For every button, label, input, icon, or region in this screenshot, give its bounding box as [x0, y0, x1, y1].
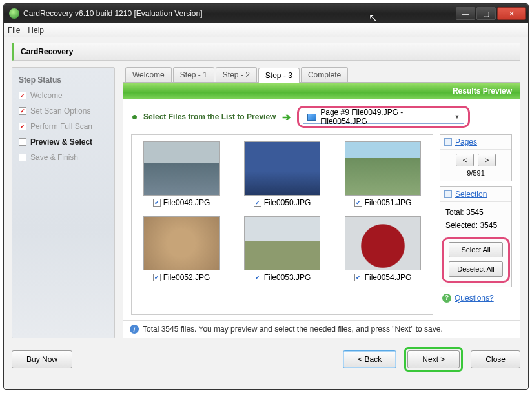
titlebar[interactable]: CardRecovery v6.10 build 1210 [Evaluatio…: [4, 4, 528, 23]
thumbnail-filename: File0050.JPG: [264, 198, 311, 207]
step-welcome: Welcome: [30, 91, 63, 100]
close-window-button[interactable]: ✕: [497, 7, 526, 20]
thumbnail-item[interactable]: ✔File0051.JPG: [340, 141, 426, 207]
back-button[interactable]: < Back: [343, 350, 396, 368]
next-page-button[interactable]: >: [478, 154, 496, 166]
results-banner: Results Preview: [123, 83, 520, 99]
check-icon: ✔: [19, 107, 26, 115]
deselect-all-button[interactable]: Deselect All: [449, 261, 503, 277]
thumbnail-image: [244, 216, 320, 270]
menu-help[interactable]: Help: [28, 26, 44, 35]
tab-step2[interactable]: Step - 2: [216, 67, 257, 82]
page-dropdown-highlight: Page #9 File0049.JPG - File0054.JPG ▼: [297, 106, 470, 128]
bullet-icon: [132, 115, 137, 119]
info-icon: i: [130, 325, 139, 334]
step-save-finish: Save & Finish: [30, 153, 78, 162]
window-title: CardRecovery v6.10 build 1210 [Evaluatio…: [23, 9, 455, 18]
maximize-button[interactable]: ▢: [476, 7, 496, 20]
thumbnail-checkbox[interactable]: ✔: [354, 199, 362, 207]
select-files-label: Select Files from the List to Preview: [143, 112, 276, 121]
step-scan-options: Set Scan Options: [30, 106, 90, 116]
check-icon: ✔: [19, 92, 26, 99]
tab-welcome[interactable]: Welcome: [125, 67, 172, 82]
menu-file[interactable]: File: [8, 26, 20, 35]
thumbnail-image: [143, 216, 220, 270]
page-title: CardRecovery: [12, 43, 520, 61]
thumbnail-checkbox[interactable]: ✔: [153, 199, 161, 207]
page-indicator: 9/591: [440, 168, 511, 181]
tab-bar: Welcome Step - 1 Step - 2 Step - 3 Compl…: [123, 67, 520, 82]
select-all-button[interactable]: Select All: [449, 242, 503, 257]
next-button[interactable]: Next >: [407, 350, 460, 368]
next-button-highlight: Next >: [404, 347, 463, 372]
total-value: 3545: [466, 208, 484, 217]
thumbnail-grid: ✔File0049.JPG ✔File0050.JPG ✔File0051.JP…: [131, 134, 433, 315]
tab-complete[interactable]: Complete: [301, 67, 348, 82]
pages-title: Pages: [455, 137, 477, 146]
selection-icon: [444, 190, 452, 198]
thumbnail-filename: File0054.JPG: [365, 273, 412, 282]
menubar: File Help: [4, 23, 528, 37]
checkbox-empty-icon: [19, 138, 26, 146]
buy-now-button[interactable]: Buy Now: [12, 350, 72, 368]
minimize-button[interactable]: —: [456, 7, 475, 20]
thumbnail-item[interactable]: ✔File0054.JPG: [340, 216, 426, 282]
step-full-scan: Perform Full Scan: [30, 122, 92, 131]
thumbnail-checkbox[interactable]: ✔: [354, 274, 362, 281]
pages-icon: [444, 138, 452, 146]
thumbnail-filename: File0053.JPG: [264, 273, 311, 282]
selected-label: Selected:: [445, 221, 478, 230]
thumbnail-item[interactable]: ✔File0053.JPG: [239, 216, 325, 282]
checkbox-empty-icon: [19, 154, 26, 161]
thumbnail-image: [345, 141, 421, 196]
info-bar: i Total 3545 files. You may preview and …: [123, 320, 520, 338]
arrow-right-icon: ➔: [282, 111, 291, 123]
close-button[interactable]: Close: [471, 350, 520, 368]
thumbnail-image: [244, 141, 320, 196]
page-dropdown[interactable]: Page #9 File0049.JPG - File0054.JPG ▼: [303, 110, 464, 124]
thumbnail-checkbox[interactable]: ✔: [254, 274, 261, 281]
selection-box: Selection Total: 3545 Selected: 3545 Sel…: [440, 186, 512, 287]
thumbnail-item[interactable]: ✔File0050.JPG: [239, 141, 325, 207]
thumbnail-filename: File0051.JPG: [365, 198, 412, 207]
thumbnail-filename: File0049.JPG: [163, 198, 210, 207]
tab-step3[interactable]: Step - 3: [258, 68, 300, 83]
chevron-down-icon: ▼: [454, 114, 460, 120]
app-icon: [9, 8, 19, 19]
page-dropdown-text: Page #9 File0049.JPG - File0054.JPG: [320, 108, 450, 126]
thumbnail-image: [143, 141, 220, 196]
selection-title: Selection: [455, 190, 487, 199]
sidebar-title: Step Status: [19, 76, 108, 85]
thumbnail-item[interactable]: ✔File0049.JPG: [138, 141, 225, 207]
thumbnail-checkbox[interactable]: ✔: [153, 274, 161, 281]
selected-value: 3545: [480, 221, 497, 230]
pages-box: Pages < > 9/591: [440, 134, 512, 181]
prev-page-button[interactable]: <: [456, 154, 474, 166]
thumbnail-image: [345, 216, 421, 270]
total-label: Total:: [445, 208, 464, 217]
selection-buttons-highlight: Select All Deselect All: [442, 237, 510, 283]
results-panel: Results Preview Select Files from the Li…: [123, 82, 520, 338]
questions-link[interactable]: ? Questions?: [440, 292, 512, 304]
thumbnail-item[interactable]: ✔File0052.JPG: [138, 216, 225, 282]
tab-step1[interactable]: Step - 1: [173, 67, 214, 82]
step-preview-select: Preview & Select: [30, 137, 92, 146]
info-text: Total 3545 files. You may preview and se…: [143, 325, 443, 334]
check-icon: ✔: [19, 123, 26, 130]
page-icon: [307, 114, 316, 121]
help-icon: ?: [442, 294, 451, 303]
step-status-sidebar: Step Status ✔Welcome ✔Set Scan Options ✔…: [12, 67, 115, 338]
thumbnail-filename: File0052.JPG: [163, 273, 210, 282]
thumbnail-checkbox[interactable]: ✔: [254, 199, 261, 207]
